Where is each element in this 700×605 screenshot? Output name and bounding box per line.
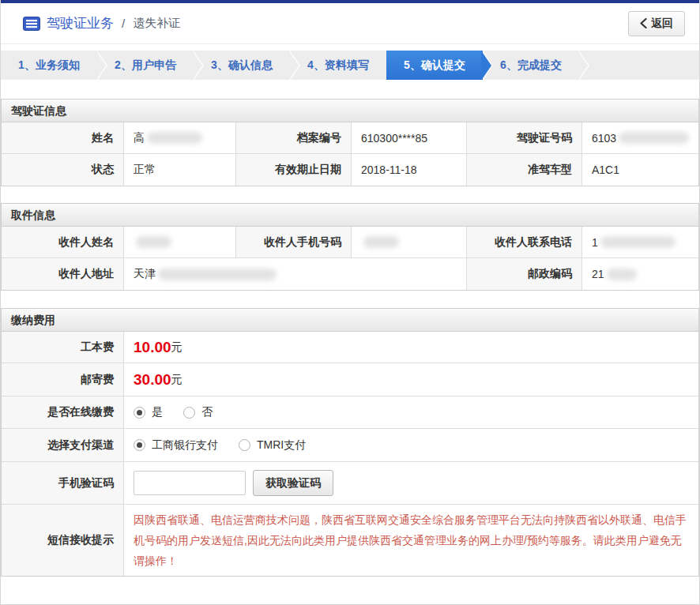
radio-label: TMRI支付 bbox=[257, 438, 306, 453]
back-button[interactable]: 返回 bbox=[628, 11, 685, 36]
name-value: 高 bbox=[124, 122, 236, 154]
sms-code-label: 手机验证码 bbox=[2, 462, 124, 505]
breadcrumb-current: 遗失补证 bbox=[133, 16, 180, 31]
get-sms-code-button[interactable]: 获取验证码 bbox=[253, 470, 333, 496]
postal-code-value: 21 bbox=[582, 258, 698, 290]
recipient-name-value bbox=[124, 227, 236, 258]
step-1-business-notice[interactable]: 1、业务须知 bbox=[1, 51, 97, 80]
license-info-row-2: 状态 正常 有效期止日期 2018-11-18 准驾车型 A1C1 bbox=[2, 154, 698, 186]
production-fee-unit: 元 bbox=[171, 340, 183, 355]
online-payment-label: 是否在线缴费 bbox=[2, 396, 124, 429]
vehicle-class-label: 准驾车型 bbox=[467, 154, 582, 186]
payment-channel-option-tmri[interactable]: TMRI支付 bbox=[239, 438, 306, 453]
sms-notice-text-cell: 因陕西省联通、电信运营商技术问题，陕西省互联网交通安全综合服务管理平台无法向持陕… bbox=[124, 505, 698, 576]
payment-channel-option-icbc[interactable]: 工商银行支付 bbox=[134, 438, 218, 453]
sms-code-field: 获取验证码 bbox=[124, 462, 698, 505]
sms-code-row: 手机验证码 获取验证码 bbox=[2, 462, 698, 505]
postage-fee-amount: 30.00 bbox=[134, 371, 171, 389]
step-label: 3、确认信息 bbox=[211, 58, 273, 73]
valid-until-label: 有效期止日期 bbox=[236, 154, 352, 186]
online-payment-options: 是 否 bbox=[124, 396, 698, 429]
production-fee-amount: 10.00 bbox=[134, 339, 171, 356]
step-2-user-declaration[interactable]: 2、用户申告 bbox=[97, 51, 194, 80]
recipient-address-value: 天津 bbox=[124, 258, 467, 290]
radio-icon[interactable] bbox=[183, 407, 195, 419]
step-label: 5、确认提交 bbox=[404, 58, 465, 73]
page-title: 驾驶证业务 bbox=[47, 14, 114, 32]
recipient-name-label: 收件人姓名 bbox=[2, 227, 124, 258]
online-payment-option-yes[interactable]: 是 bbox=[134, 405, 163, 419]
breadcrumb: 驾驶证业务 / 遗失补证 bbox=[23, 14, 180, 32]
postage-fee-value: 30.00元 bbox=[124, 363, 698, 396]
step-5-confirm-submit[interactable]: 5、确认提交 bbox=[386, 51, 483, 80]
redacted-text bbox=[158, 269, 277, 280]
radio-icon[interactable] bbox=[134, 407, 145, 419]
step-label: 4、资料填写 bbox=[307, 58, 369, 73]
recipient-mobile-label: 收件人手机号码 bbox=[236, 227, 352, 258]
sms-notice-text: 因陕西省联通、电信运营商技术问题，陕西省互联网交通安全综合服务管理平台无法向持陕… bbox=[134, 505, 689, 576]
step-wizard: 1、业务须知 2、用户申告 3、确认信息 4、资料填写 5、确认提交 6、完成提… bbox=[1, 51, 699, 80]
radio-label: 是 bbox=[152, 405, 163, 419]
online-payment-option-no[interactable]: 否 bbox=[183, 405, 213, 419]
license-info-section: 驾驶证信息 姓名 高 档案编号 610300****85 驾驶证号码 6103 … bbox=[1, 99, 699, 186]
radio-label: 工商银行支付 bbox=[152, 438, 218, 453]
status-label: 状态 bbox=[2, 154, 124, 186]
page-header: 驾驶证业务 / 遗失补证 返回 bbox=[1, 3, 699, 44]
license-info-row-1: 姓名 高 档案编号 610300****85 驾驶证号码 6103 bbox=[2, 122, 698, 154]
fees-section: 缴纳费用 工本费 10.00元 邮寄费 30.00元 是否在线缴费 是 否 bbox=[1, 308, 699, 577]
radio-icon[interactable] bbox=[239, 439, 250, 451]
production-fee-label: 工本费 bbox=[2, 332, 124, 363]
redacted-text bbox=[619, 132, 689, 144]
sms-notice-label: 短信接收提示 bbox=[2, 505, 124, 576]
status-value: 正常 bbox=[124, 154, 236, 186]
license-no-value: 6103 bbox=[582, 122, 698, 154]
radio-icon[interactable] bbox=[134, 439, 145, 451]
vehicle-class-value: A1C1 bbox=[582, 154, 698, 186]
postage-fee-unit: 元 bbox=[171, 373, 183, 387]
payment-channel-row: 选择支付渠道 工商银行支付 TMRI支付 bbox=[2, 429, 698, 462]
recipient-address-label: 收件人地址 bbox=[2, 258, 124, 290]
file-no-label: 档案编号 bbox=[236, 122, 352, 154]
step-label: 1、业务须知 bbox=[18, 58, 80, 73]
recipient-mobile-value bbox=[352, 227, 467, 258]
valid-until-value: 2018-11-18 bbox=[352, 154, 467, 186]
pickup-info-section: 取件信息 收件人姓名 收件人手机号码 收件人联系电话 1 收件人地址 天津 邮政… bbox=[1, 203, 699, 291]
radio-label: 否 bbox=[201, 405, 213, 419]
redacted-text bbox=[147, 132, 202, 144]
step-4-fill-data[interactable]: 4、资料填写 bbox=[290, 51, 386, 80]
license-info-title: 驾驶证信息 bbox=[2, 100, 698, 122]
pickup-info-row-2: 收件人地址 天津 邮政编码 21 bbox=[2, 258, 698, 290]
step-3-confirm-info[interactable]: 3、确认信息 bbox=[194, 51, 290, 80]
redacted-text bbox=[363, 236, 399, 248]
postage-fee-row: 邮寄费 30.00元 bbox=[2, 363, 698, 396]
license-no-label: 驾驶证号码 bbox=[467, 122, 582, 154]
payment-channel-label: 选择支付渠道 bbox=[2, 429, 124, 462]
file-no-value: 610300****85 bbox=[352, 122, 467, 154]
fees-title: 缴纳费用 bbox=[2, 309, 698, 332]
step-6-complete-submit[interactable]: 6、完成提交 bbox=[483, 51, 579, 80]
page: 驾驶证业务 / 遗失补证 返回 1、业务须知 2、用户申告 3、确认信息 4、资… bbox=[0, 0, 700, 605]
online-payment-row: 是否在线缴费 是 否 bbox=[2, 396, 698, 429]
breadcrumb-separator: / bbox=[122, 17, 125, 30]
production-fee-value: 10.00元 bbox=[124, 332, 698, 363]
production-fee-row: 工本费 10.00元 bbox=[2, 332, 698, 363]
step-label: 2、用户申告 bbox=[115, 58, 176, 73]
postage-fee-label: 邮寄费 bbox=[2, 363, 124, 396]
sms-code-input[interactable] bbox=[134, 471, 246, 495]
back-button-label: 返回 bbox=[651, 17, 673, 31]
recipient-phone-value: 1 bbox=[582, 227, 698, 258]
pickup-info-title: 取件信息 bbox=[2, 204, 698, 227]
step-label: 6、完成提交 bbox=[500, 58, 562, 73]
pickup-info-row-1: 收件人姓名 收件人手机号码 收件人联系电话 1 bbox=[2, 227, 698, 258]
chevron-left-icon bbox=[640, 18, 647, 28]
postal-code-label: 邮政编码 bbox=[467, 258, 582, 290]
recipient-phone-label: 收件人联系电话 bbox=[467, 227, 582, 258]
name-label: 姓名 bbox=[2, 122, 124, 154]
step-bar-filler bbox=[579, 51, 699, 80]
list-icon bbox=[23, 17, 40, 31]
redacted-text bbox=[136, 236, 171, 248]
redacted-text bbox=[600, 236, 676, 248]
sms-notice-row: 短信接收提示 因陕西省联通、电信运营商技术问题，陕西省互联网交通安全综合服务管理… bbox=[2, 505, 698, 576]
payment-channel-options: 工商银行支付 TMRI支付 bbox=[124, 429, 698, 462]
redacted-text bbox=[607, 269, 637, 280]
